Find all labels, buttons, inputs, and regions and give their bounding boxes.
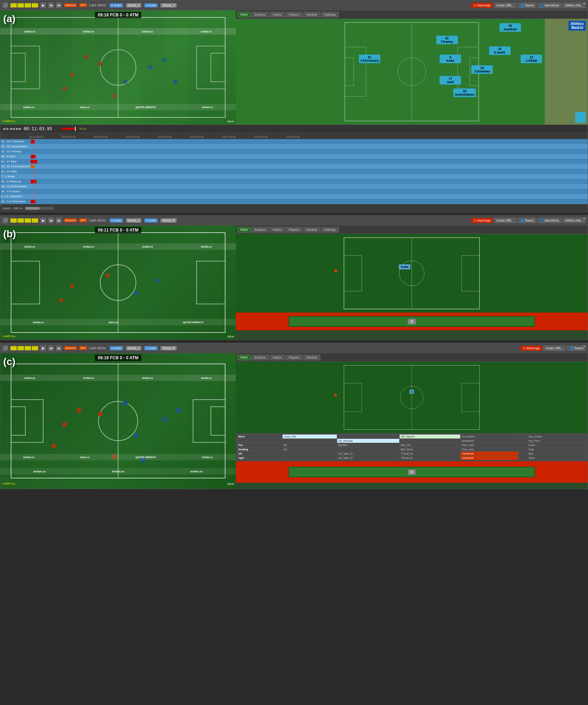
click-tag-3c[interactable]: 6 Koke [144, 346, 158, 350]
warnings-btn-a[interactable]: ⚠ Warnings [471, 3, 493, 8]
matrix-cell-5-1[interactable] [283, 456, 337, 460]
matrix-cell-3-0[interactable]: Heading [237, 447, 283, 452]
tab-pitch-c[interactable]: Pitch [237, 355, 251, 360]
matrix-cell-3-5[interactable] [518, 447, 527, 452]
tab-matrix-c[interactable]: Matrix [270, 355, 285, 360]
skip-fwd-icon-b[interactable]: ⏭ [56, 218, 62, 223]
matrix-cell-1-5[interactable] [518, 439, 527, 443]
matrix-cell-2-0[interactable]: Pos [237, 443, 283, 447]
color-btn-3c[interactable] [25, 346, 31, 350]
matrix-cell-2-4[interactable]: Pass_back [461, 443, 518, 447]
markers-badge-c[interactable]: Markers [64, 346, 77, 350]
color-btn-4b[interactable] [32, 218, 38, 223]
player-koke-c[interactable]: 6 [410, 390, 414, 394]
matrix-cell-1-6[interactable]: Key_Pass [527, 439, 587, 443]
color-btn-3b[interactable] [25, 218, 31, 223]
tab-matrix-a[interactable]: Matrix [270, 12, 285, 17]
atletico-btn-a[interactable]: Atlético Ma... [563, 3, 586, 8]
click-tag-1c[interactable]: 6 Koke [110, 346, 123, 350]
tab-pitch-a[interactable]: Pitch [237, 12, 251, 17]
skip-fwd-icon-c[interactable]: ⏭ [56, 345, 62, 351]
matrix-cell-1-0[interactable] [237, 439, 283, 443]
matrix-cell-1-2[interactable]: Val_Intercept [337, 439, 399, 443]
color-btn-3[interactable] [25, 3, 31, 7]
play-icon[interactable]: ▶ [40, 2, 46, 8]
color-btn-1[interactable] [10, 3, 17, 7]
matrix-cell-4-2[interactable]: Sill_Table_Di [337, 452, 399, 456]
matrix-cell-0-1[interactable]: Loose_Ball [283, 435, 337, 439]
matrix-cell-4-5[interactable] [518, 452, 527, 456]
barcelona-btn-b[interactable]: 👤 Barcelona [538, 218, 561, 223]
close-c[interactable]: ✕ [583, 344, 586, 349]
matrix-cell-3-6[interactable]: Goal [527, 447, 587, 452]
click-tag-3a[interactable]: 6 Koke [144, 3, 158, 7]
tab-module-c[interactable]: Module [303, 355, 320, 360]
click-tag-2a[interactable]: Shoot_2 [126, 3, 142, 7]
skip-back-icon-b[interactable]: ⏮ [48, 218, 54, 223]
goals-btn-b[interactable]: Goals-Offs... [494, 218, 516, 223]
zoom-slider-a[interactable] [25, 207, 54, 210]
player-saul[interactable]: 17 Saúl [440, 76, 461, 85]
tab-pitch-b[interactable]: Pitch [237, 227, 251, 233]
tab-matrix-b[interactable]: Matrix [270, 227, 285, 233]
matrix-cell-5-6[interactable]: Good [527, 456, 587, 460]
tab-players-a[interactable]: Players [285, 12, 303, 17]
matrix-cell-0-0[interactable]: Move [237, 435, 283, 439]
click-tag-4b[interactable]: Shoot_P [161, 218, 177, 223]
click-tag-4a[interactable]: Shoot_Y [161, 3, 177, 7]
tab-buttons-b[interactable]: Buttons [252, 227, 269, 233]
tab-settings-b[interactable]: Settings [321, 227, 339, 233]
markers-badge[interactable]: Markers [64, 3, 77, 7]
atletico-btn-b[interactable]: Atlético Ma... [563, 218, 586, 223]
barcelona-btn-a[interactable]: 👤 Barcelona [538, 3, 561, 8]
matrix-cell-2-2[interactable]: Blocked [337, 443, 399, 447]
matrix-cell-0-2[interactable] [337, 435, 399, 439]
matrix-cell-3-4[interactable]: Pass_back [461, 447, 518, 452]
matrix-cell-2-1[interactable]: left [283, 443, 337, 447]
matrix-cell-0-6[interactable]: Key_Involve [527, 435, 587, 439]
matrix-cell-2-6[interactable]: Assist [527, 443, 587, 447]
matrix-cell-4-3[interactable]: Thread_Rt [400, 452, 461, 456]
close-b[interactable]: ✕ [583, 216, 586, 221]
goals-btn-c[interactable]: Goals-Offs... [543, 346, 566, 351]
click-tag-2c[interactable]: Shoot_2 [126, 346, 142, 350]
matrix-cell-1-1[interactable] [283, 439, 337, 443]
color-btn-2[interactable] [17, 3, 24, 7]
matrix-cell-0-3[interactable]: Diff_Opportu [400, 435, 461, 439]
warnings-btn-b[interactable]: ⚠ Warnings [471, 218, 493, 223]
matrix-cell-0-5[interactable] [518, 435, 527, 439]
player-koke[interactable]: 6 Koke [440, 55, 461, 63]
matrix-cell-5-0[interactable]: right [237, 456, 283, 460]
matrix-cell-2-5[interactable] [518, 443, 527, 447]
tab-module-a[interactable]: Module [303, 12, 320, 17]
player-jesusgamez[interactable]: 18 JesúsGámez [453, 88, 476, 97]
color-btn-1c[interactable] [10, 346, 17, 350]
speaker-icon-c[interactable]: 🔊 [2, 345, 8, 351]
warnings-btn-c[interactable]: ⚠ Warnings [521, 346, 542, 351]
matrix-cell-5-5[interactable] [518, 456, 527, 460]
tab-settings-a[interactable]: Settings [321, 12, 339, 17]
close-a[interactable]: ✕ [583, 1, 586, 6]
play-icon-c[interactable]: ▶ [40, 345, 46, 351]
teams-btn-b[interactable]: 👥 Teams [518, 218, 536, 223]
speaker-icon-b[interactable]: 🔊 [2, 218, 8, 223]
player-oblak[interactable]: 13 J.Oblak [521, 55, 542, 63]
matrix-cell-4-1[interactable] [283, 452, 337, 456]
click-tag-3b[interactable]: 6 Koke [144, 218, 158, 223]
color-btn-4c[interactable] [32, 346, 38, 350]
goals-btn-a[interactable]: Goals-Offs... [494, 3, 516, 8]
click-tag-4c[interactable]: Shoot_P [161, 346, 177, 350]
matrix-cell-4-4[interactable]: Counteratt [461, 452, 518, 456]
color-btn-2c[interactable] [17, 346, 24, 350]
matrix-cell-3-2[interactable] [337, 447, 399, 452]
teams-btn-a[interactable]: 👥 Teams [518, 3, 536, 8]
player-savic[interactable]: 15 S.Savić [489, 46, 511, 55]
matrix-cell-5-3[interactable]: Thread_Rt [400, 456, 461, 460]
skip-back-icon[interactable]: ⏮ [48, 2, 54, 8]
click-tag-2b[interactable]: Shoot_2 [126, 218, 142, 223]
player-partey[interactable]: 22 T.Partey [436, 36, 458, 44]
markers-badge-b[interactable]: Markers [64, 218, 77, 222]
player-koke-b[interactable]: Koke [399, 264, 410, 269]
skip-back-icon-c[interactable]: ⏮ [48, 345, 54, 351]
tab-players-c[interactable]: Players [285, 355, 303, 360]
